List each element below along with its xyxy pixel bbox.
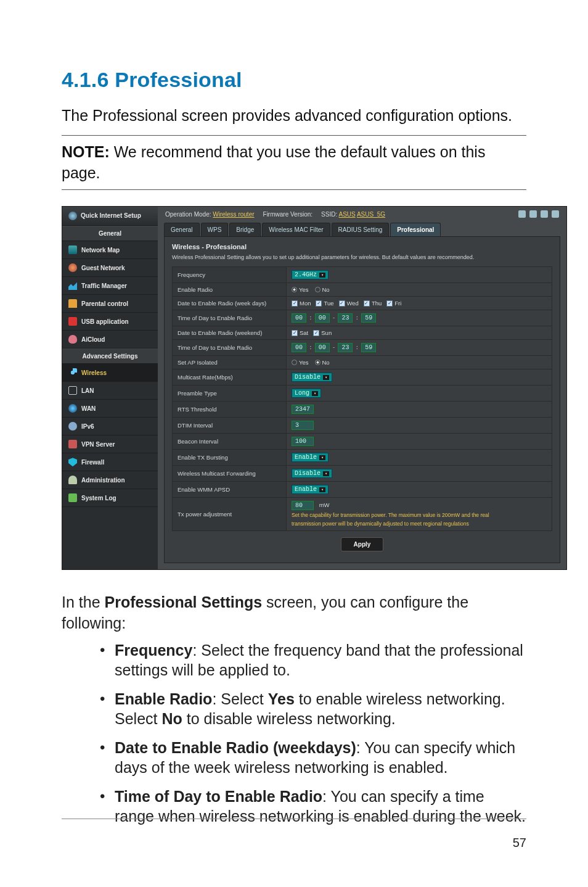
sidebar-item-traffic-manager[interactable]: Traffic Manager [62,277,158,295]
li-bold2: Yes [268,690,295,708]
sidebar-item-syslog[interactable]: System Log [62,489,158,507]
chk-thu[interactable]: ✓Thu [364,300,382,307]
multicast-select[interactable]: Disable▾ [292,373,332,382]
sidebar-group-general: General [62,226,158,241]
sidebar-item-lan[interactable]: LAN [62,382,158,400]
frequency-select[interactable]: 2.4GHz▾ [292,270,329,279]
row-label-wmf: Wireless Multicast Forwarding [173,466,287,482]
note-body: We recommend that you use the default va… [62,143,485,181]
wmf-select[interactable]: Disable▾ [292,469,332,478]
tab-radius[interactable]: RADIUS Setting [332,223,390,236]
sidebar-item-network-map[interactable]: Network Map [62,241,158,259]
nav-label: LAN [81,387,94,394]
chk-mon[interactable]: ✓Mon [292,300,311,307]
ssid-1[interactable]: ASUS [338,211,355,218]
tabs: General WPS Bridge Wireless MAC Filter R… [158,219,566,236]
panel-subtitle: Wireless Professional Setting allows you… [172,254,552,260]
chk-label: Mon [300,300,311,307]
tab-bridge[interactable]: Bridge [229,223,261,236]
beacon-input[interactable]: 100 [292,437,314,446]
li-rest: : Select [212,690,267,708]
nav-label: System Log [81,495,116,501]
ssid-2[interactable]: ASUS_5G [357,211,385,218]
sidebar-item-parental[interactable]: Parental control [62,295,158,313]
txpower-input[interactable]: 80 [292,501,314,510]
time2-m1[interactable]: 00 [315,343,330,352]
logout-icon[interactable] [518,210,526,218]
language-icon[interactable] [541,210,548,218]
nav-label: Administration [81,477,125,484]
tab-wps[interactable]: WPS [201,223,229,236]
li-bold3: No [161,710,182,727]
sidebar-item-vpn[interactable]: VPN Server [62,435,158,453]
row-label-preamble: Preamble Type [173,386,287,402]
lan-icon [68,386,77,395]
divider [62,135,526,136]
time-m1[interactable]: 00 [315,313,330,323]
wmmapsd-select[interactable]: Enable▾ [292,485,329,494]
apply-button[interactable]: Apply [341,537,384,551]
note-row: NOTE: We recommend that you use the defa… [62,142,526,184]
txpower-unit: mW [319,501,330,508]
select-value: Long [295,390,309,397]
caret-down-icon: ▾ [319,273,325,278]
time2-h2[interactable]: 23 [338,343,353,352]
user-icon [68,476,77,484]
tab-macfilter[interactable]: Wireless MAC Filter [262,223,330,236]
chk-fri[interactable]: ✓Fri [386,300,401,307]
txburst-select[interactable]: Enable▾ [292,453,329,462]
enable-radio-no[interactable]: No [315,286,330,293]
list-item: Frequency: Select the frequency band tha… [115,640,526,680]
preamble-select[interactable]: Long▾ [292,389,321,398]
row-label-frequency: Frequency [173,267,287,283]
sidebar-item-usb[interactable]: USB application [62,313,158,331]
time2-m2[interactable]: 59 [361,343,376,352]
nav-label: Traffic Manager [81,283,127,289]
time-m2[interactable]: 59 [361,313,376,323]
sidebar-item-wan[interactable]: WAN [62,400,158,418]
sidebar-item-ipv6[interactable]: IPv6 [62,418,158,435]
tab-professional[interactable]: Professional [390,223,441,236]
reboot-icon[interactable] [529,210,537,218]
sidebar-item-wireless[interactable]: Wireless [62,364,158,382]
tab-general[interactable]: General [164,223,200,236]
li-bold: Frequency [115,642,192,659]
txpower-hint-2: transmission power will be dynamically a… [292,521,547,527]
panel-title: Wireless - Professional [172,243,552,250]
ssid-label: SSID: [321,211,337,218]
time2-h1[interactable]: 00 [292,343,306,352]
nav-label: USB application [81,318,129,325]
ap-isolated-no[interactable]: No [315,359,330,366]
select-value: Enable [295,486,317,493]
ap-isolated-yes[interactable]: Yes [292,359,309,366]
sidebar-item-aicloud[interactable]: AiCloud [62,331,158,349]
chk-wed[interactable]: ✓Wed [339,300,359,307]
quick-internet-setup[interactable]: Quick Internet Setup [62,207,158,226]
help-icon[interactable] [552,210,559,218]
sidebar-item-admin[interactable]: Administration [62,471,158,489]
chk-sat[interactable]: ✓Sat [292,329,308,336]
time-h2[interactable]: 23 [338,313,353,323]
op-mode-link[interactable]: Wireless router [213,211,254,218]
nav-label: Firewall [81,459,104,466]
top-icons [518,210,559,218]
rts-input[interactable]: 2347 [292,405,314,414]
qis-label: Quick Internet Setup [81,212,141,220]
sidebar-item-guest-network[interactable]: Guest Network [62,259,158,277]
row-label-date-week: Date to Enable Radio (week days) [173,297,287,310]
enable-radio-yes[interactable]: Yes [292,286,309,293]
fw-label: Firmware Version: [263,211,313,218]
list-item: Enable Radio: Select Yes to enable wirel… [115,689,526,729]
nav-label: Wireless [81,369,107,376]
sidebar-item-firewall[interactable]: Firewall [62,453,158,471]
radio-label: Yes [299,359,309,366]
dtim-input[interactable]: 3 [292,421,314,430]
chk-sun[interactable]: ✓Sun [313,329,332,336]
network-map-icon [68,245,77,254]
divider [62,189,526,190]
nav-label: Network Map [81,247,120,254]
time-h1[interactable]: 00 [292,313,306,323]
row-label-txpower: Tx power adjustment [173,498,287,531]
caret-down-icon: ▾ [319,487,325,492]
chk-tue[interactable]: ✓Tue [316,300,333,307]
